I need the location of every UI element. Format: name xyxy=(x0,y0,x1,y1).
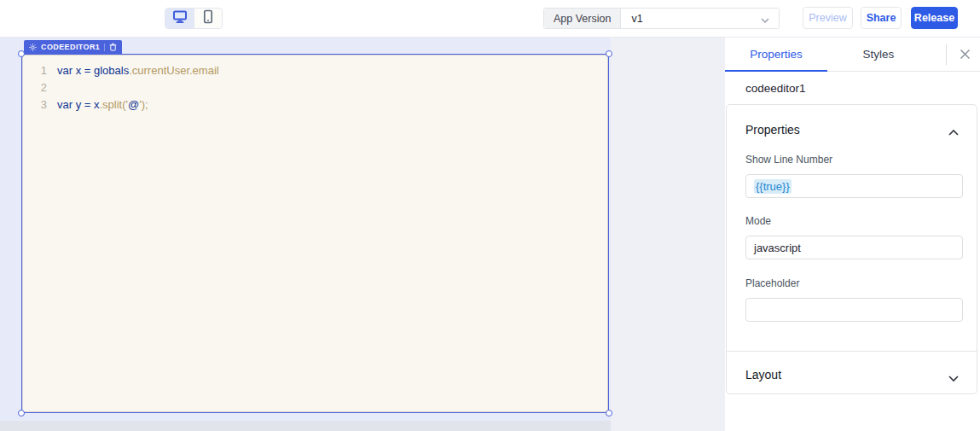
close-panel-button[interactable] xyxy=(955,46,974,65)
top-toolbar: App Version v1 Preview Share Release xyxy=(0,0,980,38)
chevron-down-icon xyxy=(760,15,770,26)
code-line[interactable]: 1 var x = globals.currentUser.email xyxy=(23,62,607,79)
preview-button[interactable]: Preview xyxy=(803,7,853,29)
line-number: 3 xyxy=(23,96,47,114)
share-button[interactable]: Share xyxy=(861,7,902,29)
resize-handle-top-right[interactable] xyxy=(606,50,612,57)
version-value: v1 xyxy=(631,13,642,25)
widget-badge-label: CODEEDITOR1 xyxy=(41,43,100,51)
binding-value: {{true}} xyxy=(754,179,792,194)
code-token: .split(' xyxy=(100,98,129,111)
code-text: var x = globals.currentUser.email xyxy=(57,62,219,79)
device-preview-toggle xyxy=(165,8,223,29)
properties-panel: Properties Styles codeeditor1 Properties… xyxy=(725,38,980,431)
code-token: var y = x xyxy=(57,98,100,111)
code-token: '); xyxy=(139,98,148,111)
resize-handle-top-left[interactable] xyxy=(18,50,25,57)
mobile-view-button[interactable] xyxy=(194,9,222,28)
field-label-mode: Mode xyxy=(745,215,771,227)
tab-styles[interactable]: Styles xyxy=(827,38,930,71)
release-button[interactable]: Release xyxy=(911,7,958,29)
desktop-view-button[interactable] xyxy=(165,9,194,28)
section-header-properties[interactable]: Properties xyxy=(745,123,800,137)
show-line-number-input[interactable]: {{true}} xyxy=(745,174,963,198)
section-divider xyxy=(727,351,977,352)
badge-divider xyxy=(104,44,105,51)
app-version-control: App Version v1 xyxy=(543,8,780,29)
version-select[interactable]: v1 xyxy=(621,9,779,28)
trash-icon[interactable] xyxy=(109,39,117,55)
mode-input[interactable]: javascript xyxy=(745,236,963,259)
codeeditor-widget[interactable]: CODEEDITOR1 1 var x = globals.currentUse… xyxy=(21,54,609,413)
code-token: .currentUser.email xyxy=(129,64,218,77)
line-number: 2 xyxy=(23,79,47,96)
canvas-bottom-edge xyxy=(0,421,611,431)
properties-card: Properties Show Line Number {{true}} Mod… xyxy=(726,104,977,394)
mode-value: javascript xyxy=(754,242,801,254)
chevron-up-icon[interactable] xyxy=(948,125,960,140)
selected-widget-name: codeeditor1 xyxy=(745,82,806,95)
code-line[interactable]: 3 var y = x.split('@'); xyxy=(23,96,607,114)
code-editor[interactable]: 1 var x = globals.currentUser.email 2 3 … xyxy=(22,55,608,412)
field-label-placeholder: Placeholder xyxy=(745,277,799,289)
gear-icon[interactable] xyxy=(29,39,37,55)
tabs-divider xyxy=(946,44,947,65)
mobile-phone-icon xyxy=(203,9,213,27)
resize-handle-bottom-right[interactable] xyxy=(606,410,612,416)
chevron-down-icon[interactable] xyxy=(948,370,960,386)
widget-selection-badge[interactable]: CODEEDITOR1 xyxy=(24,40,122,54)
app-version-label: App Version xyxy=(544,9,621,28)
placeholder-input[interactable] xyxy=(745,298,963,322)
desktop-monitor-icon xyxy=(172,9,188,27)
section-header-layout[interactable]: Layout xyxy=(745,368,781,381)
line-number: 1 xyxy=(23,62,47,79)
close-icon xyxy=(959,48,971,64)
code-text: var y = x.split('@'); xyxy=(57,96,148,114)
code-token: var x = globals xyxy=(57,64,129,77)
code-line[interactable]: 2 xyxy=(23,79,607,96)
panel-tabs: Properties Styles xyxy=(725,38,980,72)
resize-handle-bottom-left[interactable] xyxy=(18,410,25,416)
tab-properties[interactable]: Properties xyxy=(725,38,827,71)
code-token: @ xyxy=(128,98,139,111)
field-label-show-line-number: Show Line Number xyxy=(745,154,832,166)
canvas-right-gutter xyxy=(611,38,725,431)
app-builder-window: App Version v1 Preview Share Release COD… xyxy=(0,0,980,431)
